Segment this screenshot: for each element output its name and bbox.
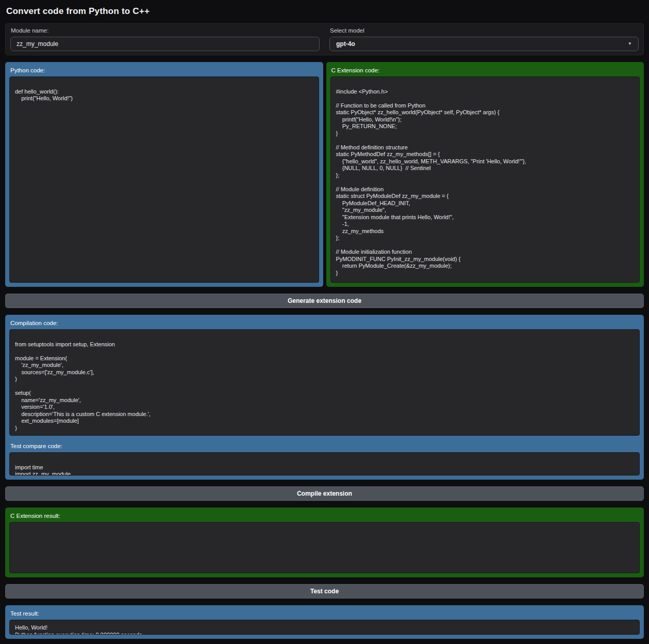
app-page: Convert code from Python to C++ Module n…: [0, 0, 649, 644]
compilation-code-group: Compilation code: from setuptools import…: [9, 319, 640, 436]
c-extension-code-label: C Extension code:: [331, 67, 640, 73]
test-result-panel: Test result: Hello, World! Python functi…: [5, 605, 644, 639]
model-select-field-group: Select model gpt-4o ▼: [329, 27, 639, 51]
compile-row-panel: Compilation code: from setuptools import…: [5, 315, 644, 480]
c-extension-result-label: C Extension result:: [10, 513, 640, 519]
c-extension-result-panel: C Extension result:: [5, 508, 644, 577]
c-extension-code-panel: C Extension code: #include <Python.h> //…: [326, 62, 644, 287]
compilation-code-textarea[interactable]: from setuptools import setup, Extension …: [9, 329, 640, 436]
generate-extension-code-button[interactable]: Generate extension code: [5, 294, 644, 308]
compilation-code-label: Compilation code:: [10, 320, 640, 326]
python-code-textarea[interactable]: def hello_world(): print("Hello, World!"…: [9, 76, 319, 283]
test-result-textarea[interactable]: Hello, World! Python function execution …: [9, 620, 640, 635]
c-extension-code-textarea[interactable]: #include <Python.h> // Function to be ca…: [330, 76, 640, 283]
test-compare-code-group: Test compare code: import time import zz…: [9, 442, 640, 476]
module-name-label: Module name:: [11, 27, 320, 34]
python-code-label: Python code:: [10, 67, 319, 73]
model-select-label: Select model: [330, 27, 639, 34]
test-compare-code-label: Test compare code:: [10, 443, 640, 449]
module-name-field-group: Module name:: [10, 27, 320, 51]
python-code-panel: Python code: def hello_world(): print("H…: [5, 62, 323, 287]
c-extension-result-textarea[interactable]: [9, 522, 640, 573]
test-compare-code-textarea[interactable]: import time import zz_my_module def pyth…: [9, 452, 640, 476]
page-title: Convert code from Python to C++: [6, 6, 644, 17]
chevron-down-icon: ▼: [628, 42, 632, 46]
test-code-button[interactable]: Test code: [5, 584, 644, 599]
module-name-input[interactable]: [10, 37, 320, 51]
test-result-label: Test result:: [10, 610, 640, 617]
compile-extension-button[interactable]: Compile extension: [5, 486, 644, 501]
settings-group: Module name: Select model gpt-4o ▼: [5, 23, 644, 55]
code-row: Python code: def hello_world(): print("H…: [5, 62, 644, 287]
model-select-dropdown[interactable]: gpt-4o ▼: [329, 37, 639, 51]
model-select-value: gpt-4o: [336, 40, 355, 48]
